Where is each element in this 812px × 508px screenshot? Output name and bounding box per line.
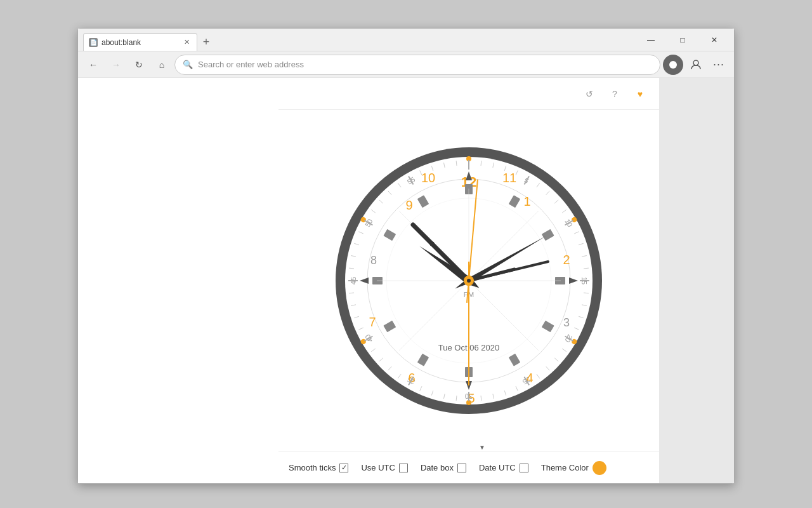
close-button[interactable]: ✕: [700, 30, 729, 50]
address-text: Search or enter web address: [198, 60, 304, 69]
collapse-button[interactable]: ▼: [479, 442, 485, 451]
svg-text:3: 3: [563, 316, 570, 329]
clock-widget: ↺ ? ♥: [278, 78, 659, 483]
tab-favicon: 📄: [89, 38, 98, 47]
browser-tab[interactable]: 📄 about:blank ✕: [83, 33, 197, 51]
title-bar: 📄 about:blank ✕ + — □ ✕: [78, 29, 734, 51]
svg-text:8: 8: [370, 254, 377, 267]
svg-text:9: 9: [405, 198, 412, 212]
profile-button[interactable]: [686, 55, 706, 75]
refresh-icon[interactable]: ↺: [580, 85, 598, 103]
use-utc-checkbox[interactable]: [399, 464, 408, 472]
date-box-control: Date box: [421, 463, 466, 472]
tab-title: about:blank: [102, 38, 141, 47]
extensions-button[interactable]: [663, 55, 683, 75]
page-content: ↺ ? ♥: [78, 78, 734, 483]
smooth-ticks-label: Smooth ticks: [289, 463, 336, 472]
smooth-ticks-control: Smooth ticks ✓: [289, 463, 348, 472]
svg-point-0: [669, 61, 677, 69]
use-utc-label: Use UTC: [361, 463, 395, 472]
checkmark-icon: ✓: [341, 464, 347, 472]
svg-text:1: 1: [523, 194, 530, 208]
tab-bar: 📄 about:blank ✕ +: [83, 29, 636, 51]
window-controls: — □ ✕: [636, 30, 729, 50]
forward-button: →: [106, 55, 126, 75]
svg-text:11: 11: [502, 171, 516, 185]
search-icon: 🔍: [183, 60, 193, 69]
home-button[interactable]: ⌂: [152, 55, 172, 75]
svg-point-128: [467, 279, 471, 283]
theme-color-picker[interactable]: [593, 461, 606, 475]
address-bar[interactable]: 🔍 Search or enter web address: [174, 55, 660, 75]
date-utc-control: Date UTC: [479, 463, 528, 472]
clock-svg: 5 10 15 20 25 30 35 40 45 50 55: [329, 141, 608, 420]
date-box-label: Date box: [421, 463, 454, 472]
date-utc-checkbox[interactable]: [520, 464, 528, 472]
new-tab-button[interactable]: +: [197, 33, 215, 51]
use-utc-control: Use UTC: [361, 463, 407, 472]
help-icon[interactable]: ?: [606, 85, 624, 103]
date-utc-label: Date UTC: [479, 463, 516, 472]
smooth-ticks-checkbox[interactable]: ✓: [339, 464, 348, 472]
theme-color-label: Theme Color: [541, 463, 589, 472]
svg-text:10: 10: [421, 171, 435, 185]
nav-bar: ← → ↻ ⌂ 🔍 Search or enter web address ··…: [78, 51, 734, 78]
clock-controls: ▼ Smooth ticks ✓ Use UTC Date box: [278, 451, 659, 483]
date-box-checkbox[interactable]: [457, 464, 466, 472]
tab-close-button[interactable]: ✕: [181, 37, 192, 48]
maximize-button[interactable]: □: [668, 30, 697, 50]
clock-face-container: 5 10 15 20 25 30 35 40 45 50 55: [278, 110, 659, 451]
svg-text:7: 7: [369, 315, 376, 329]
svg-text:2: 2: [563, 253, 570, 267]
refresh-button[interactable]: ↻: [129, 55, 149, 75]
browser-window: 📄 about:blank ✕ + — □ ✕ ← → ↻ ⌂ 🔍 Search…: [77, 28, 735, 484]
menu-button[interactable]: ···: [709, 55, 729, 75]
toolbar-right: ···: [663, 55, 729, 75]
clock-header: ↺ ? ♥: [278, 78, 659, 110]
favorite-icon[interactable]: ♥: [631, 85, 649, 103]
left-panel: [78, 78, 278, 483]
back-button[interactable]: ←: [83, 55, 103, 75]
minimize-button[interactable]: —: [636, 30, 665, 50]
svg-point-1: [693, 60, 698, 65]
theme-color-control: Theme Color: [541, 461, 606, 475]
